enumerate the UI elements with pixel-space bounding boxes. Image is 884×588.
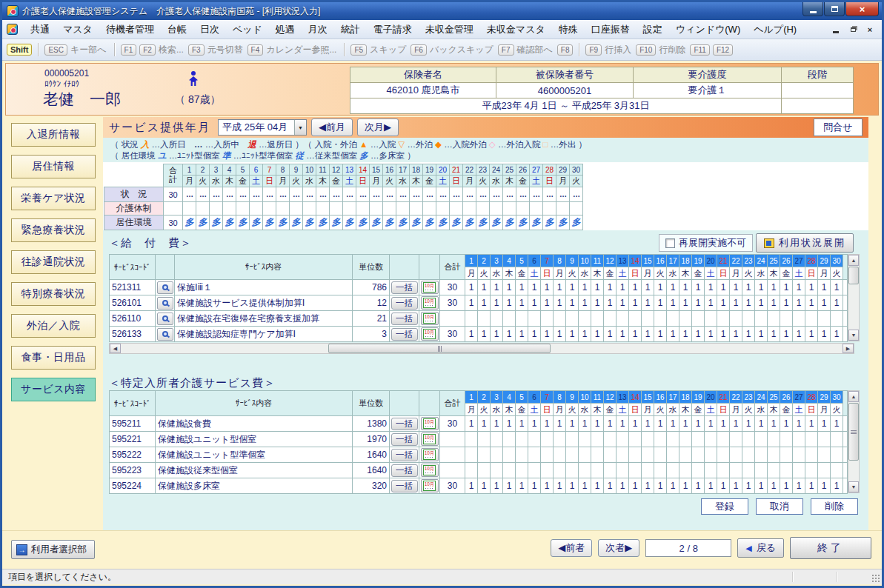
day-value-cell[interactable]: 1	[654, 416, 667, 432]
batch-button[interactable]: 一括	[391, 297, 418, 310]
status-day-cell[interactable]: …	[396, 187, 410, 202]
status-day-cell[interactable]: …	[196, 187, 210, 202]
day-value-cell[interactable]	[617, 432, 629, 447]
day-value-cell[interactable]: 1	[579, 280, 591, 295]
status-day-cell[interactable]: …	[210, 187, 223, 202]
day-value-cell[interactable]: 1	[541, 327, 554, 342]
day-value-cell[interactable]: 1	[730, 295, 742, 311]
sidebar-item-7[interactable]: 外泊／入院	[11, 314, 96, 338]
day-value-cell[interactable]	[554, 447, 566, 463]
day-value-cell[interactable]: 1	[755, 280, 768, 295]
day-value-cell[interactable]: 1	[528, 295, 541, 311]
status-day-cell[interactable]: 多	[556, 216, 570, 230]
day-value-cell[interactable]: 1	[692, 478, 705, 494]
menu-item-3[interactable]: 待機者管理	[99, 21, 161, 39]
day-value-cell[interactable]: 1	[516, 327, 528, 342]
day-value-cell[interactable]: 1	[465, 280, 478, 295]
scroll-up-icon[interactable]: ▲	[848, 391, 859, 402]
exit-button[interactable]: 終了	[790, 537, 871, 559]
day-value-cell[interactable]	[491, 311, 503, 327]
day-value-cell[interactable]: 1	[554, 478, 566, 494]
day-value-cell[interactable]: 1	[667, 280, 679, 295]
day-value-cell[interactable]: 1	[629, 416, 642, 432]
status-day-cell[interactable]: …	[290, 187, 303, 202]
calendar-button[interactable]: 10月	[421, 448, 439, 461]
batch-button[interactable]: 一括	[391, 464, 418, 477]
user-select-button[interactable]: → 利用者選択部	[11, 540, 95, 559]
status-day-cell[interactable]	[223, 202, 236, 216]
day-value-cell[interactable]: 1	[831, 478, 843, 494]
day-value-cell[interactable]	[692, 447, 705, 463]
benefit-horizontal-scrollbar[interactable]: ◀ ▶	[109, 343, 854, 354]
day-value-cell[interactable]: 1	[516, 280, 528, 295]
status-day-cell[interactable]: 多	[450, 216, 463, 230]
menu-item-5[interactable]: 日次	[193, 21, 226, 39]
status-day-cell[interactable]: …	[476, 187, 490, 202]
prev-person-button[interactable]: ◀前者	[551, 539, 592, 557]
status-day-cell[interactable]	[503, 202, 516, 216]
sidebar-item-5[interactable]: 往診通院状況	[11, 250, 96, 274]
day-value-cell[interactable]: 1	[679, 327, 692, 342]
scrollbar-thumb[interactable]	[328, 344, 551, 353]
day-value-cell[interactable]: 1	[642, 295, 654, 311]
status-day-cell[interactable]	[516, 202, 530, 216]
day-value-cell[interactable]	[579, 432, 591, 447]
status-day-cell[interactable]: …	[316, 187, 330, 202]
status-day-cell[interactable]: 多	[196, 216, 210, 230]
day-value-cell[interactable]: 1	[730, 327, 742, 342]
day-value-cell[interactable]	[755, 463, 768, 478]
day-value-cell[interactable]	[717, 311, 730, 327]
toolbar-key-f1[interactable]: F1	[121, 44, 137, 56]
day-value-cell[interactable]: 1	[654, 295, 667, 311]
status-day-cell[interactable]	[570, 202, 583, 216]
day-value-cell[interactable]	[591, 432, 604, 447]
menu-item-10[interactable]: 電子請求	[367, 21, 419, 39]
day-value-cell[interactable]: 1	[793, 478, 805, 494]
day-value-cell[interactable]	[793, 311, 805, 327]
batch-button[interactable]: 一括	[391, 281, 418, 294]
day-value-cell[interactable]	[705, 463, 717, 478]
day-value-cell[interactable]: 1	[831, 295, 843, 311]
day-value-cell[interactable]: 1	[780, 327, 793, 342]
day-value-cell[interactable]: 1	[692, 295, 705, 311]
status-day-cell[interactable]: 多	[210, 216, 223, 230]
day-value-cell[interactable]: 1	[742, 478, 755, 494]
status-day-cell[interactable]: …	[263, 187, 276, 202]
status-day-cell[interactable]: 多	[516, 216, 530, 230]
status-day-cell[interactable]	[276, 202, 290, 216]
chevron-down-icon[interactable]: ▼	[294, 120, 306, 135]
toolbar-key-f11[interactable]: F11	[690, 44, 710, 56]
calendar-button[interactable]: 10月	[421, 281, 439, 294]
day-value-cell[interactable]	[818, 311, 831, 327]
day-value-cell[interactable]: 1	[667, 327, 679, 342]
day-value-cell[interactable]	[591, 311, 604, 327]
day-value-cell[interactable]	[478, 463, 491, 478]
status-day-cell[interactable]: …	[423, 187, 436, 202]
day-value-cell[interactable]	[805, 432, 818, 447]
day-value-cell[interactable]: 1	[579, 327, 591, 342]
day-value-cell[interactable]	[566, 447, 579, 463]
day-value-cell[interactable]: 1	[503, 295, 516, 311]
day-value-cell[interactable]: 1	[742, 280, 755, 295]
status-day-cell[interactable]: …	[183, 187, 196, 202]
toolbar-key-f12[interactable]: F12	[713, 44, 733, 56]
day-value-cell[interactable]: 1	[528, 327, 541, 342]
batch-button[interactable]: 一括	[391, 313, 418, 325]
status-day-cell[interactable]: 多	[423, 216, 436, 230]
day-value-cell[interactable]: 1	[516, 478, 528, 494]
day-value-cell[interactable]	[755, 447, 768, 463]
calendar-button[interactable]: 10月	[421, 464, 439, 477]
day-value-cell[interactable]	[793, 447, 805, 463]
day-value-cell[interactable]: 1	[654, 327, 667, 342]
day-value-cell[interactable]	[503, 432, 516, 447]
day-value-cell[interactable]	[528, 432, 541, 447]
day-value-cell[interactable]: 1	[654, 478, 667, 494]
day-value-cell[interactable]: 1	[579, 295, 591, 311]
day-value-cell[interactable]: 1	[617, 280, 629, 295]
scroll-right-icon[interactable]: ▶	[843, 344, 854, 353]
toolbar-key-f10[interactable]: F10	[636, 44, 656, 56]
status-day-cell[interactable]: …	[356, 187, 370, 202]
day-value-cell[interactable]: 1	[478, 295, 491, 311]
day-value-cell[interactable]: 1	[717, 478, 730, 494]
day-value-cell[interactable]	[667, 463, 679, 478]
